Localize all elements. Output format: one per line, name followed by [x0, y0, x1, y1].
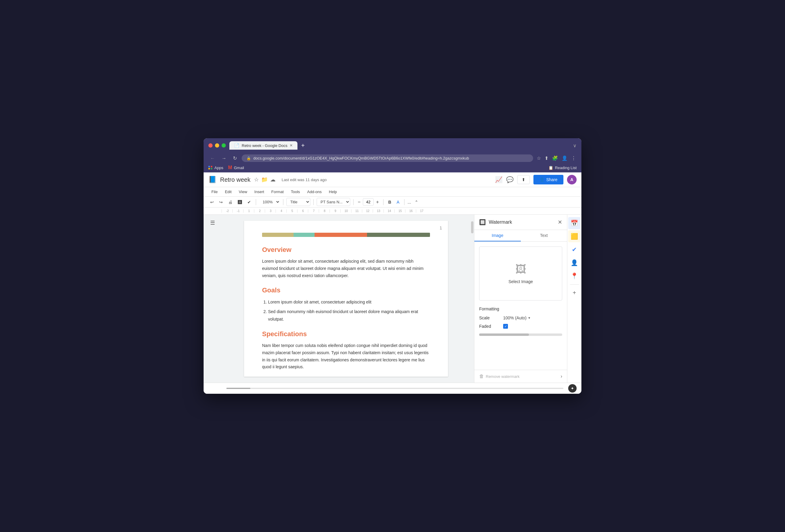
select-image-label: Select Image: [509, 279, 533, 284]
close-window-button[interactable]: [208, 143, 212, 148]
menu-format[interactable]: Format: [268, 188, 287, 195]
format-color-button[interactable]: A: [395, 199, 401, 206]
share-button[interactable]: 👤 Share: [533, 175, 563, 184]
more-toolbar-button[interactable]: ...: [407, 200, 411, 204]
menu-insert[interactable]: Insert: [251, 188, 267, 195]
publish-button[interactable]: ⬆: [517, 175, 530, 184]
star-icon[interactable]: ☆: [254, 176, 259, 183]
minimize-window-button[interactable]: [215, 143, 219, 148]
menu-addons[interactable]: Add-ons: [304, 188, 324, 195]
scale-dropdown-arrow[interactable]: ▾: [528, 316, 530, 320]
comment-icon[interactable]: 💬: [506, 176, 514, 183]
style-select[interactable]: Title: [286, 198, 310, 206]
bookmark-gmail[interactable]: M Gmail: [228, 165, 244, 170]
security-icon: 🔒: [247, 156, 251, 160]
google-sidebar: 📅 🟨 ✔ 👤 📍 +: [567, 215, 581, 383]
active-tab[interactable]: 📄 Retro week - Google Docs ✕: [229, 141, 298, 150]
collapse-toolbar-button[interactable]: ⌃: [413, 199, 420, 206]
ruler-mark: 3: [265, 209, 276, 212]
zoom-select[interactable]: 100%: [259, 198, 280, 206]
menu-help[interactable]: Help: [326, 188, 340, 195]
reading-list-label: Reading List: [555, 166, 577, 170]
back-button[interactable]: ←: [208, 155, 217, 162]
extensions-icon[interactable]: 🧩: [551, 155, 559, 162]
bookmark-apps[interactable]: Apps: [208, 166, 223, 170]
tab-close-button[interactable]: ✕: [290, 143, 293, 148]
google-calendar-icon[interactable]: 📅: [568, 217, 581, 229]
print-button[interactable]: 🖨: [226, 199, 234, 206]
google-maps-icon[interactable]: 📍: [568, 270, 581, 282]
watermark-image-selector[interactable]: 🖼 Select Image: [479, 247, 562, 301]
reading-list-icon: 📋: [549, 166, 553, 170]
reload-button[interactable]: ↻: [231, 155, 239, 162]
google-tasks-icon[interactable]: 🟨: [568, 230, 581, 242]
publish-icon: ⬆: [522, 177, 525, 182]
ruler-mark: 16: [405, 209, 416, 212]
profile-icon[interactable]: 👤: [561, 155, 568, 162]
fab-button[interactable]: ✦: [568, 384, 577, 392]
document-scroll-area[interactable]: 1 Overview Lorem ipsum dolor sit amet, c…: [222, 215, 471, 383]
share-page-icon[interactable]: ⬆: [544, 155, 549, 162]
ruler-mark: 9: [330, 209, 340, 212]
bookmark-star-icon[interactable]: ☆: [536, 155, 541, 162]
trends-icon[interactable]: 📈: [495, 176, 503, 183]
image-placeholder-icon: 🖼: [515, 263, 526, 276]
user-avatar[interactable]: A: [567, 175, 577, 184]
font-size-decrease-button[interactable]: −: [356, 199, 362, 205]
sidebar-separator: [570, 284, 579, 285]
menu-view[interactable]: View: [236, 188, 250, 195]
more-options-icon[interactable]: ⋮: [571, 155, 577, 162]
doc-structure-icon[interactable]: ☰: [210, 220, 215, 226]
horizontal-scrollbar[interactable]: [226, 388, 563, 389]
last-edit-text[interactable]: Last edit was 11 days ago: [282, 178, 327, 182]
forward-button[interactable]: →: [220, 155, 228, 162]
faded-row: Faded ✓: [479, 324, 562, 329]
watermark-scrollbar[interactable]: [479, 333, 562, 336]
address-bar: ← → ↻ 🔒 docs.google.com/document/d/1xG1z…: [204, 153, 581, 164]
watermark-tab-text[interactable]: Text: [521, 230, 567, 242]
ruler-mark: 8: [319, 209, 330, 212]
menu-tools[interactable]: Tools: [288, 188, 303, 195]
watermark-close-button[interactable]: ✕: [558, 219, 562, 226]
add-sidebar-button[interactable]: +: [570, 287, 579, 299]
menu-edit[interactable]: Edit: [222, 188, 234, 195]
ruler-mark: 10: [340, 209, 351, 212]
horizontal-scrollbar-thumb: [226, 388, 250, 389]
document-title[interactable]: Retro week: [220, 176, 250, 183]
bold-button[interactable]: B: [386, 199, 393, 206]
ruler-mark: 2: [254, 209, 265, 212]
url-bar[interactable]: 🔒 docs.google.com/document/d/1xG1zOE4X_H…: [242, 154, 533, 162]
menu-file[interactable]: File: [208, 188, 221, 195]
progress-segment-2: [294, 233, 314, 237]
google-check-icon[interactable]: ✔: [569, 244, 579, 255]
font-size-input[interactable]: [363, 198, 374, 206]
font-size-increase-button[interactable]: +: [375, 199, 380, 205]
header-right: 📈 💬 ⬆ 👤 Share A: [495, 175, 577, 184]
remove-watermark-button[interactable]: 🗑 Remove watermark: [479, 374, 520, 379]
watermark-tab-image[interactable]: Image: [474, 230, 521, 242]
google-contacts-icon[interactable]: 👤: [568, 257, 581, 269]
scale-value: 100% (Auto) ▾: [503, 315, 530, 320]
toolbar: ↩ ↪ 🖨 🅰 ✔ 100% Title PT Sans N... − + B …: [204, 197, 581, 207]
tab-title: Retro week - Google Docs: [242, 143, 287, 148]
undo-button[interactable]: ↩: [208, 199, 216, 206]
faded-checkbox[interactable]: ✓: [503, 324, 508, 329]
window-controls-chevron[interactable]: ∨: [573, 143, 577, 148]
watermark-header: 🔲 Watermark ✕: [474, 215, 567, 230]
expand-panel-button[interactable]: ›: [561, 374, 562, 379]
font-select[interactable]: PT Sans N...: [316, 198, 350, 206]
redo-button[interactable]: ↪: [218, 199, 225, 206]
scrollbar-thumb[interactable]: [471, 221, 474, 233]
scale-text: 100% (Auto): [503, 315, 527, 320]
vertical-scrollbar[interactable]: [471, 215, 474, 383]
toolbar-separator-3: [313, 199, 314, 205]
spell-check-button[interactable]: ✔: [246, 199, 253, 206]
toolbar-separator-5: [383, 199, 383, 205]
new-tab-button[interactable]: +: [299, 142, 307, 149]
paint-format-button[interactable]: 🅰: [236, 199, 244, 206]
cloud-icon[interactable]: ☁: [270, 176, 276, 183]
maximize-window-button[interactable]: [222, 143, 226, 148]
folder-icon[interactable]: 📁: [261, 176, 268, 183]
ruler-mark: -1: [232, 209, 243, 212]
reading-list-button[interactable]: 📋 Reading List: [549, 166, 577, 170]
